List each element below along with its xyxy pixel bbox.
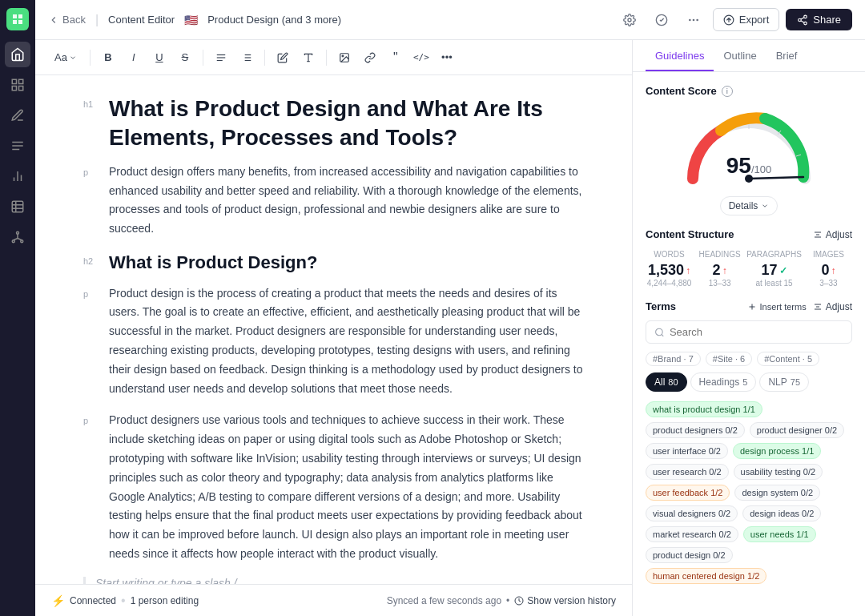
svg-point-24 (697, 19, 698, 20)
link-button[interactable] (359, 46, 381, 69)
sidebar-item-home[interactable] (5, 42, 30, 67)
term-tag[interactable]: design process 1/1 (733, 443, 821, 459)
svg-rect-0 (12, 79, 16, 83)
term-tag[interactable]: visual designers 0/2 (646, 505, 738, 521)
sidebar-item-analytics[interactable] (5, 163, 30, 189)
info-icon[interactable]: i (722, 86, 733, 97)
sidebar-item-docs[interactable] (5, 133, 30, 159)
svg-line-58 (662, 334, 663, 336)
app-logo[interactable] (6, 8, 29, 30)
term-tag[interactable]: product designers 0/2 (646, 422, 745, 438)
filter-brand[interactable]: #Brand · 7 (646, 352, 701, 366)
term-tag[interactable]: what is product design 1/1 (646, 401, 762, 417)
topbar-doc-title[interactable]: Product Design (and 3 more) (207, 14, 341, 26)
details-button[interactable]: Details (720, 196, 778, 215)
term-tag[interactable]: user needs 1/1 (743, 526, 816, 542)
term-tag[interactable]: user feedback 1/2 (646, 485, 730, 501)
svg-point-23 (693, 19, 694, 20)
term-tag[interactable]: usability testing 0/2 (734, 464, 823, 480)
term-tag[interactable]: design system 0/2 (734, 485, 820, 501)
code-button[interactable]: </> (410, 46, 432, 69)
image-button[interactable] (333, 46, 356, 69)
h1-text[interactable]: What is Product Design and What Are Its … (109, 95, 584, 153)
svg-point-57 (656, 328, 663, 336)
list-button[interactable] (235, 46, 258, 69)
version-history-link[interactable]: Show version history (514, 595, 616, 606)
status-bar: ⚡ Connected • 1 person editing Synced a … (35, 584, 632, 616)
quote-button[interactable]: " (384, 46, 407, 69)
svg-point-20 (628, 18, 631, 22)
term-tag[interactable]: market research 0/2 (646, 526, 738, 542)
strikethrough-button[interactable]: S (174, 46, 196, 69)
filter-content[interactable]: #Content · 5 (757, 352, 819, 366)
highlight-button[interactable] (272, 46, 294, 69)
p2-text[interactable]: Product design is the process of creatin… (109, 284, 584, 399)
panel-content: Content Score i (633, 72, 865, 616)
check-button[interactable] (649, 7, 674, 33)
terms-search-box[interactable] (646, 320, 852, 344)
terms-title: Terms (646, 300, 676, 312)
terms-adjust-button[interactable]: Adjust (813, 301, 852, 312)
more-format-button[interactable]: ••• (436, 46, 458, 69)
more-options-button[interactable] (681, 7, 706, 33)
align-button[interactable] (210, 46, 232, 69)
svg-point-22 (689, 19, 690, 20)
struct-headings: HEADINGS 2↑ 13–33 (696, 250, 743, 288)
struct-images: IMAGES 0↑ 3–33 (805, 250, 852, 288)
search-input[interactable] (670, 326, 843, 338)
tab-guidelines[interactable]: Guidelines (646, 40, 714, 71)
content-area: Aa B I U S (35, 40, 865, 616)
filter-site[interactable]: #Site · 6 (706, 352, 752, 366)
struct-paragraphs: PARAGRAPHS 17✓ at least 15 (746, 250, 802, 288)
terms-grid: what is product design 1/1product design… (646, 401, 852, 584)
svg-line-19 (18, 239, 22, 240)
svg-point-27 (804, 22, 807, 25)
term-tag[interactable]: product designer 0/2 (750, 422, 844, 438)
settings-button[interactable] (617, 7, 642, 33)
h1-block: h1 What is Product Design and What Are I… (83, 95, 584, 153)
editor-area: Aa B I U S (35, 40, 633, 616)
italic-button[interactable]: I (123, 46, 145, 69)
font-size-button[interactable]: Aa (48, 46, 83, 69)
term-tag[interactable]: user interface 0/2 (646, 443, 728, 459)
tab-brief[interactable]: Brief (766, 40, 807, 71)
h2-text[interactable]: What is Product Design? (109, 252, 317, 275)
svg-point-14 (17, 232, 19, 234)
insert-terms-button[interactable]: Insert terms (747, 302, 807, 312)
left-sidebar (0, 0, 35, 616)
search-icon (654, 327, 665, 338)
back-button[interactable]: Back (48, 14, 86, 26)
p1-block: p Product design offers many benefits, f… (83, 163, 584, 239)
editing-label: 1 person editing (131, 595, 199, 606)
term-tag[interactable]: product design 0/2 (646, 547, 733, 563)
sidebar-item-dashboard[interactable] (5, 72, 30, 98)
p1-text[interactable]: Product design offers many benefits, fro… (109, 163, 584, 239)
score-number: 95 (726, 153, 751, 178)
underline-button[interactable]: U (148, 46, 171, 69)
editor-content[interactable]: h1 What is Product Design and What Are I… (35, 75, 632, 584)
export-button[interactable]: Export (713, 8, 780, 31)
svg-point-42 (342, 55, 344, 57)
struct-words: WORDS 1,530↑ 4,244–4,880 (646, 250, 693, 288)
structure-adjust-button[interactable]: Adjust (813, 229, 852, 240)
draft-line[interactable]: Start writing or type a slash / (83, 577, 584, 584)
filter-all[interactable]: All 80 (646, 372, 687, 392)
term-tag[interactable]: user research 0/2 (646, 464, 729, 480)
sidebar-item-table[interactable] (5, 194, 30, 219)
main-area: Back | Content Editor 🇺🇸 Product Design … (35, 0, 865, 616)
sidebar-item-editor[interactable] (5, 103, 30, 128)
tab-outline[interactable]: Outline (714, 40, 766, 71)
h1-label: h1 (83, 95, 99, 153)
gauge-container: 95/100 (646, 107, 852, 187)
term-tag[interactable]: design ideas 0/2 (742, 505, 821, 521)
p3-text[interactable]: Product designers use various tools and … (109, 411, 584, 563)
filter-headings[interactable]: Headings 5 (690, 372, 757, 392)
share-button[interactable]: Share (786, 9, 852, 30)
term-tag[interactable]: human centered design 1/2 (646, 568, 766, 584)
p3-block: p Product designers use various tools an… (83, 411, 584, 563)
topbar: Back | Content Editor 🇺🇸 Product Design … (35, 0, 865, 40)
sidebar-item-integrations[interactable] (5, 224, 30, 250)
clear-format-button[interactable] (297, 46, 320, 69)
filter-nlp[interactable]: NLP 75 (759, 372, 809, 392)
bold-button[interactable]: B (97, 46, 119, 69)
